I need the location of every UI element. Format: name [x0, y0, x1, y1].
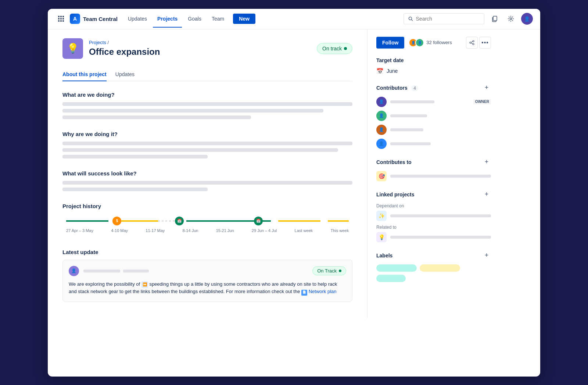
svg-rect-6 — [58, 20, 60, 22]
contributor-name-skeleton-3 — [390, 128, 423, 131]
add-label-button[interactable]: + — [482, 251, 491, 260]
tl-dot-spacer4 — [320, 220, 328, 222]
related-to-group: Related to 💡 — [376, 225, 491, 242]
settings-icon-btn[interactable] — [505, 13, 517, 25]
follower-avatars: 👤 👤 — [409, 38, 424, 47]
timeline-line — [66, 220, 349, 222]
search-box[interactable] — [404, 13, 484, 24]
contributors-header: Contributors 4 + — [376, 83, 491, 92]
svg-rect-2 — [62, 16, 64, 17]
contributor-row-3: 👤 — [376, 125, 491, 135]
target-date-section: Target date 📅 June — [376, 57, 491, 75]
nav-item-team[interactable]: Team — [207, 14, 229, 24]
nav-item-projects[interactable]: Projects — [153, 14, 182, 24]
network-plan-link[interactable]: Network plan — [309, 288, 337, 296]
project-emoji: 💡 — [67, 43, 79, 54]
tab-updates[interactable]: Updates — [115, 68, 135, 81]
contributor-avatar-2: 👤 — [376, 111, 387, 121]
svg-line-17 — [471, 42, 473, 42]
grid-menu-icon[interactable] — [55, 13, 67, 25]
breadcrumb-parent[interactable]: Projects — [89, 40, 106, 45]
update-name-skeleton — [83, 270, 120, 272]
new-button[interactable]: New — [233, 14, 255, 24]
svg-point-16 — [473, 43, 474, 45]
dependant-icon: ✨ — [376, 211, 387, 221]
timeline-dot-3: 📅 — [254, 217, 263, 225]
add-linked-button[interactable]: + — [482, 190, 491, 199]
copy-icon-btn[interactable] — [489, 13, 501, 25]
dependant-on-row: ✨ — [376, 211, 491, 221]
timeline-section: Project history — [62, 203, 352, 237]
labels-header: Labels + — [376, 251, 491, 260]
owner-badge: OWNER — [473, 99, 491, 104]
add-contributor-button[interactable]: + — [482, 83, 491, 92]
skeleton-line — [62, 181, 352, 185]
contributor-avatar-3: 👤 — [376, 125, 387, 135]
copy-icon — [491, 15, 498, 22]
main-container: 💡 Projects / Office expansion On track A… — [48, 29, 540, 318]
nav-item-goals[interactable]: Goals — [183, 14, 206, 24]
timeline-track: $ 📅 📅 27 Apr – 3 May 4-10 May 11-17 May … — [66, 215, 349, 237]
update-avatar: 👤 — [69, 266, 79, 276]
breadcrumb: Projects / — [89, 40, 311, 45]
timeline-title: Project history — [62, 203, 352, 209]
contributor-row-1: 👤 OWNER — [376, 97, 491, 107]
contributor-name-skeleton-4 — [390, 142, 431, 145]
update-status-label: On Track — [317, 268, 337, 274]
search-input[interactable] — [416, 16, 480, 22]
skeleton-line — [62, 148, 338, 152]
add-contributes-button[interactable]: + — [482, 158, 491, 167]
contributes-to-header: Contributes to + — [376, 158, 491, 167]
linked-projects-label: Linked projects — [376, 192, 414, 197]
tl-seg-2 — [116, 220, 158, 222]
svg-rect-7 — [60, 20, 62, 22]
contributor-name-skeleton-2 — [390, 114, 427, 117]
svg-rect-1 — [60, 16, 62, 17]
tl-seg-3 — [186, 220, 229, 222]
nav-item-updates[interactable]: Updates — [123, 14, 151, 24]
labels-section: Labels + — [376, 251, 491, 282]
related-to-row: 💡 — [376, 232, 491, 242]
followers-count: 32 followers — [426, 40, 452, 45]
section-what-doing: What are we doing? — [62, 92, 352, 119]
top-nav: A Team Central Updates Projects Goals Te… — [48, 9, 540, 29]
contributor-row-4: 👤 — [376, 139, 491, 149]
more-icon-btn[interactable]: ••• — [479, 37, 491, 49]
dependant-skeleton — [390, 214, 491, 217]
contributes-skeleton-1 — [390, 175, 491, 178]
labels-label: Labels — [376, 253, 392, 259]
tl-label-5: 15-21 Jun — [216, 228, 234, 233]
contributes-icon-1: 🎯 — [376, 171, 387, 181]
tl-label-6: 29 Jun – 4 Jul — [252, 228, 277, 233]
nav-items: Updates Projects Goals Team New — [123, 14, 402, 24]
contributor-name-skeleton-1 — [390, 100, 434, 103]
nav-logo[interactable]: A Team Central — [70, 14, 118, 24]
update-card-header: 👤 On Track — [69, 266, 346, 276]
linked-projects-section: Linked projects + Dependant on ✨ Related… — [376, 190, 491, 242]
settings-icon — [508, 15, 514, 22]
tl-seg-6 — [328, 220, 349, 222]
tab-about[interactable]: About this project — [62, 68, 107, 81]
timeline-labels: 27 Apr – 3 May 4-10 May 11-17 May 8-14 J… — [66, 228, 349, 233]
section-title-what: What are we doing? — [62, 92, 352, 98]
section-success: What will success look like? — [62, 170, 352, 191]
timeline-dot-1: $ — [112, 217, 121, 225]
tabs: About this project Updates — [62, 68, 352, 81]
contributor-avatar-4: 👤 — [376, 139, 387, 149]
tl-label-2: 4-10 May — [111, 228, 128, 233]
follower-avatar-2: 👤 — [415, 38, 424, 47]
svg-point-14 — [473, 40, 474, 42]
user-avatar-nav[interactable]: 👤 — [521, 13, 533, 25]
tl-label-8: This week — [330, 228, 349, 233]
contributors-count: 4 — [411, 85, 418, 91]
sidebar-action-icons: ••• — [466, 37, 491, 49]
tl-seg-1 — [66, 220, 108, 222]
followers-row: 👤 👤 32 followers — [409, 38, 462, 47]
search-icon — [408, 16, 413, 21]
app-window: A Team Central Updates Projects Goals Te… — [48, 9, 540, 377]
share-icon-btn[interactable] — [466, 37, 478, 49]
update-card: 👤 On Track We are exploring the possibil… — [62, 260, 352, 302]
follow-button[interactable]: Follow — [376, 37, 404, 49]
update-body-start: We are exploring the possibility of — [69, 281, 140, 287]
linked-projects-header: Linked projects + — [376, 190, 491, 199]
